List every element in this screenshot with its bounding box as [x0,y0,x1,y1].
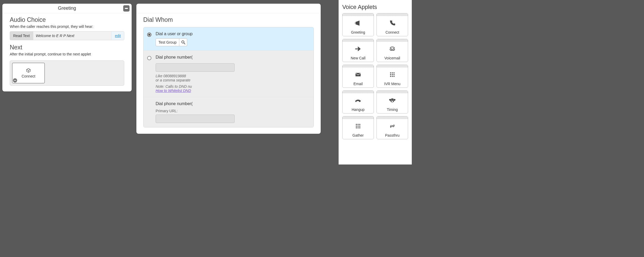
next-applet-label: Connect [22,74,35,78]
remove-applet-button[interactable] [13,78,17,83]
applet-tile-label: New Call [343,56,374,62]
applet-tile-newcall[interactable]: New Call [342,39,374,62]
svg-point-23 [356,126,357,127]
applet-tile-label: Voicemail [377,56,408,62]
applet-tile-label: Timing [377,107,408,113]
dial-option-user-group[interactable]: Dial a user or group Test Group [143,27,314,50]
primary-url-input[interactable] [156,115,235,123]
read-text-box: Read Text Welcome to E R P Next edit [10,31,124,40]
keypad-icon [343,119,374,133]
dial-option-content: Dial phone number( Primary URL: [156,101,310,123]
phone-number-input[interactable] [156,63,235,72]
applet-tile-gather[interactable]: Gather [342,116,374,139]
svg-point-28 [359,127,360,128]
dial-body: Dial Whom Dial a user or group Test Grou… [136,13,321,134]
dial-option-phone-url[interactable]: Dial phone number( Primary URL: [143,97,314,127]
next-applet-dropzone[interactable]: Connect [10,60,124,86]
applet-tile-label: Hangup [343,107,374,113]
applet-tile-label: Connect [377,30,408,36]
collapse-button[interactable] [123,5,130,12]
applet-tile-email[interactable]: Email [342,65,374,88]
dial-option-content: Dial a user or group Test Group [156,32,310,46]
grip-icon [343,116,374,119]
svg-point-6 [392,72,393,73]
applets-grid: GreetingConnectNew CallVoicemailEmailIVR… [342,13,408,139]
dnd-note: Note: Calls to DND nu How to Whitelist D… [156,84,310,93]
radio-unselected[interactable] [147,56,151,60]
envelope-icon [343,68,374,82]
edit-link[interactable]: edit [111,32,124,40]
dial-option-phone-number[interactable]: Dial phone number( Like 08088919888 or a… [143,50,314,97]
dial-panel: Dial Whom Dial a user or group Test Grou… [136,4,321,134]
grip-icon [377,39,408,42]
applet-tile-timing[interactable]: Timing [377,90,408,114]
grip-icon [377,65,408,68]
svg-point-10 [393,74,394,75]
greeting-body: Audio Choice When the caller reaches thi… [2,13,132,90]
svg-line-1 [184,43,185,44]
applet-tile-label: Passthru [377,133,408,139]
audio-choice-hint: When the caller reaches this prompt, the… [10,24,124,29]
svg-point-21 [358,124,359,125]
megaphone-icon [343,16,374,30]
next-heading: Next [10,44,124,51]
user-group-search-button[interactable] [179,38,187,46]
minus-icon [125,8,128,9]
dial-option-list: Dial a user or group Test Group [143,27,314,127]
grip-icon [377,116,408,119]
grip-icon [343,39,374,42]
svg-point-27 [358,127,359,128]
grip-icon [377,91,408,93]
next-applet-chip[interactable]: Connect [12,63,45,83]
dial-heading: Dial Whom [143,16,314,23]
applet-tile-hangup[interactable]: Hangup [342,90,374,114]
voice-applets-palette: Voice Applets GreetingConnectNew CallVoi… [339,0,412,165]
svg-point-15 [389,99,391,101]
greeting-title: Greeting [58,6,76,11]
dial-option-label: Dial phone number( [156,55,310,60]
applet-tile-greeting[interactable]: Greeting [342,13,374,36]
primary-url-label: Primary URL: [156,109,310,113]
minus-icon [14,80,16,81]
hangup-icon [343,93,374,107]
whitelist-dnd-link[interactable]: How to Whitelist DND [156,89,191,93]
svg-point-13 [393,76,394,77]
grip-icon [343,65,374,68]
svg-point-17 [391,100,392,101]
palette-title: Voice Applets [342,4,408,11]
applet-tile-voicemail[interactable]: Voicemail [377,39,408,62]
svg-point-12 [392,76,393,77]
dial-titlebar [136,4,321,13]
applet-tile-ivrmenu[interactable]: IVR Menu [377,65,408,88]
monkey-icon [377,93,408,107]
example-hint: Like 08088919888 or a comma separate [156,74,310,82]
greeting-titlebar: Greeting [2,4,132,13]
user-group-value[interactable]: Test Group [156,38,179,46]
svg-point-25 [359,126,360,127]
arrow-right-icon [343,42,374,56]
applet-tile-connect[interactable]: Connect [377,13,408,36]
dial-option-content: Dial phone number( Like 08088919888 or a… [156,55,310,93]
svg-point-7 [393,72,394,73]
box-icon [25,68,32,73]
audio-choice-heading: Audio Choice [10,16,124,23]
svg-point-11 [390,76,391,77]
phone-icon [377,16,408,30]
link-icon [377,119,408,133]
next-hint: After the initial prompt, continue to th… [10,52,124,56]
stage: Greeting Audio Choice When the caller re… [0,0,412,165]
applet-tile-label: Greeting [343,30,374,36]
read-text-tag: Read Text [10,32,33,40]
applet-tile-label: Email [343,82,374,88]
dial-option-label: Dial a user or group [156,32,310,36]
grip-icon [343,13,374,16]
svg-point-5 [390,72,391,73]
svg-point-19 [392,101,393,102]
svg-point-22 [359,124,360,125]
radio-selected[interactable] [147,33,151,37]
svg-point-16 [394,99,395,101]
applet-tile-label: Gather [343,133,374,139]
applet-tile-passthru[interactable]: Passthru [377,116,408,139]
svg-point-24 [358,126,359,127]
dial-option-label: Dial phone number( [156,101,310,106]
